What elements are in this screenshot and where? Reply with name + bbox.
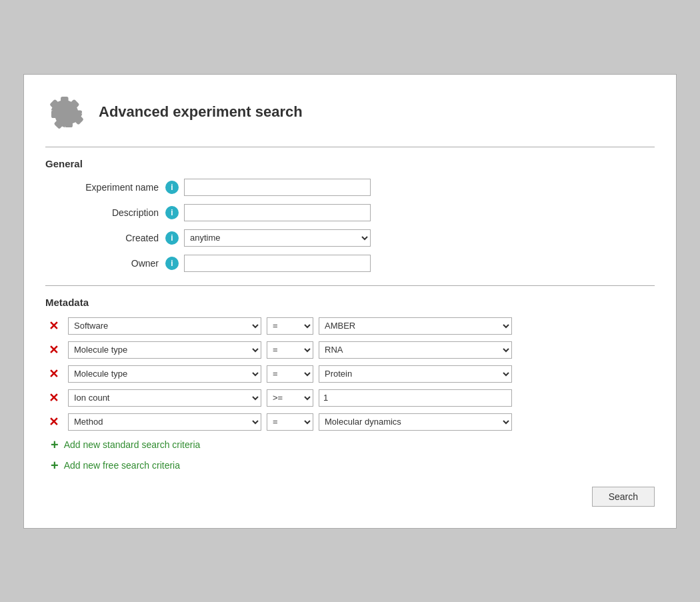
- remove-criteria-icon[interactable]: ✕: [45, 415, 61, 429]
- page-title: Advanced experiment search: [99, 103, 303, 121]
- general-divider: [45, 147, 655, 147]
- add-standard-icon[interactable]: +: [51, 437, 59, 453]
- general-section: General Experiment name i Description i …: [45, 158, 655, 272]
- add-standard-label[interactable]: Add new standard search criteria: [64, 439, 201, 450]
- experiment-name-input[interactable]: [184, 179, 371, 196]
- general-section-title: General: [45, 158, 655, 169]
- created-label: Created: [45, 233, 165, 243]
- metadata-field-select[interactable]: SoftwareMolecule typeIon countMethodForc…: [68, 317, 261, 335]
- metadata-operator-select[interactable]: =!=>=<=><: [267, 317, 313, 335]
- header: Advanced experiment search: [45, 91, 655, 133]
- experiment-name-row: Experiment name i: [45, 179, 655, 196]
- metadata-rows-container: ✕SoftwareMolecule typeIon countMethodFor…: [45, 317, 655, 431]
- add-standard-row: + Add new standard search criteria: [51, 437, 655, 453]
- metadata-section-title: Metadata: [45, 297, 655, 308]
- metadata-field-select[interactable]: SoftwareMolecule typeIon countMethodForc…: [68, 413, 261, 431]
- experiment-name-info-icon[interactable]: i: [165, 181, 179, 194]
- metadata-row: ✕SoftwareMolecule typeIon countMethodFor…: [45, 341, 655, 359]
- metadata-divider: [45, 285, 655, 286]
- metadata-field-select[interactable]: SoftwareMolecule typeIon countMethodForc…: [68, 341, 261, 359]
- add-free-label[interactable]: Add new free search criteria: [64, 460, 180, 471]
- owner-input[interactable]: [184, 255, 371, 272]
- description-info-icon[interactable]: i: [165, 206, 179, 219]
- metadata-value-select[interactable]: RNADNAProteinLipid: [319, 341, 512, 359]
- created-info-icon[interactable]: i: [165, 231, 179, 245]
- metadata-row: ✕SoftwareMolecule typeIon countMethodFor…: [45, 413, 655, 431]
- experiment-name-label: Experiment name: [45, 182, 165, 193]
- metadata-operator-select[interactable]: =!=>=<=><: [267, 365, 313, 383]
- owner-row: Owner i: [45, 255, 655, 272]
- remove-criteria-icon[interactable]: ✕: [45, 319, 61, 333]
- remove-criteria-icon[interactable]: ✕: [45, 343, 61, 357]
- metadata-row: ✕SoftwareMolecule typeIon countMethodFor…: [45, 317, 655, 335]
- metadata-operator-select[interactable]: =!=>=<=><: [267, 341, 313, 359]
- metadata-value-select[interactable]: RNADNAProteinLipid: [319, 365, 512, 383]
- remove-criteria-icon[interactable]: ✕: [45, 391, 61, 405]
- main-container: Advanced experiment search General Exper…: [23, 74, 677, 529]
- metadata-row: ✕SoftwareMolecule typeIon countMethodFor…: [45, 365, 655, 383]
- metadata-value-select[interactable]: Molecular dynamicsMonte CarloEnergy mini…: [319, 413, 512, 431]
- description-row: Description i: [45, 204, 655, 221]
- add-free-row: + Add new free search criteria: [51, 458, 655, 473]
- footer: Search: [45, 487, 655, 507]
- search-button[interactable]: Search: [592, 487, 655, 507]
- metadata-operator-select[interactable]: =!=>=<=><: [267, 413, 313, 431]
- metadata-row: ✕SoftwareMolecule typeIon countMethodFor…: [45, 389, 655, 407]
- gear-icon: [45, 91, 88, 133]
- owner-label: Owner: [45, 258, 165, 269]
- metadata-field-select[interactable]: SoftwareMolecule typeIon countMethodForc…: [68, 389, 261, 407]
- metadata-section: Metadata ✕SoftwareMolecule typeIon count…: [45, 297, 655, 473]
- description-input[interactable]: [184, 204, 371, 221]
- remove-criteria-icon[interactable]: ✕: [45, 367, 61, 381]
- metadata-field-select[interactable]: SoftwareMolecule typeIon countMethodForc…: [68, 365, 261, 383]
- metadata-value-select[interactable]: AMBERGROMACSNAMDCHARMM: [319, 317, 512, 335]
- created-row: Created i anytimelast 24 hourslast weekl…: [45, 229, 655, 247]
- owner-info-icon[interactable]: i: [165, 257, 179, 270]
- created-select[interactable]: anytimelast 24 hourslast weeklast monthl…: [184, 229, 371, 247]
- metadata-value-input[interactable]: [319, 389, 512, 407]
- metadata-operator-select[interactable]: =!=>=<=><: [267, 389, 313, 407]
- add-free-icon[interactable]: +: [51, 458, 59, 473]
- description-label: Description: [45, 207, 165, 218]
